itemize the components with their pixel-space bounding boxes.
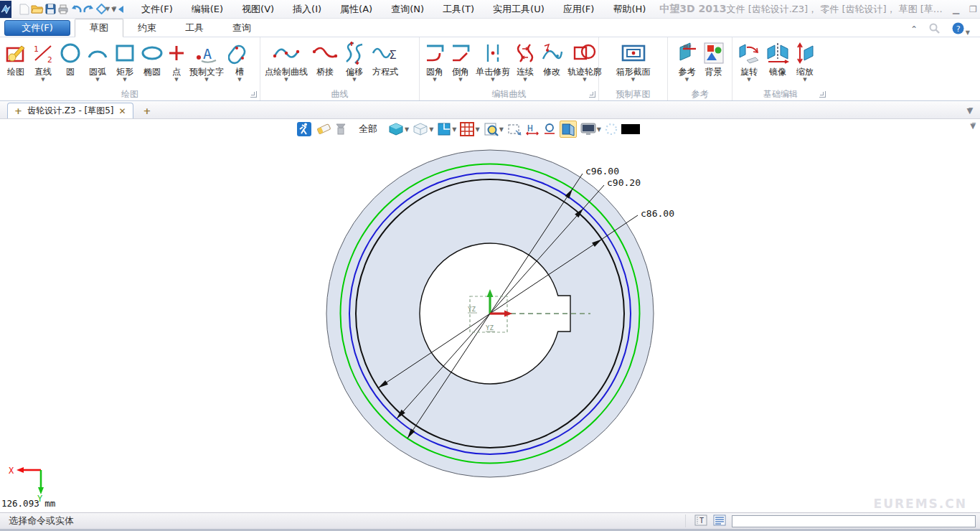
menu-view[interactable]: 视图(V) — [232, 1, 283, 18]
chevron-down-icon[interactable]: ▼ — [523, 77, 527, 84]
chevron-down-icon[interactable]: ▼ — [95, 77, 99, 84]
new-tab-button[interactable]: + — [133, 105, 161, 118]
chevron-down-icon[interactable]: ▼ — [685, 77, 689, 84]
ribbon-offset-button[interactable]: 偏移▼ — [340, 39, 369, 84]
dialog-launcher-icon[interactable] — [250, 91, 257, 98]
ribbon-ellipse-button[interactable]: 椭圆 — [138, 39, 166, 84]
menu-inquire[interactable]: 查询(N) — [382, 1, 433, 18]
tab-inquire[interactable]: 查询 — [218, 19, 265, 37]
menu-file[interactable]: 文件(F) — [132, 1, 182, 18]
chevron-down-icon[interactable]: ▼ — [583, 77, 586, 84]
document-tab-active[interactable]: + 齿轮设计.Z3 - [草图5] ✕ — [7, 103, 133, 118]
ribbon-box-section-button[interactable]: 箱形截面▼ — [614, 39, 653, 84]
new-file-icon[interactable] — [19, 2, 29, 17]
shaded-display-icon[interactable]: ▼ — [388, 122, 409, 136]
chevron-down-icon[interactable]: ▼ — [237, 77, 241, 84]
ribbon-arc-button[interactable]: 圆弧▼ — [84, 39, 111, 84]
menu-tools[interactable]: 工具(T) — [433, 1, 484, 18]
regen-icon[interactable]: ▼ — [96, 2, 110, 17]
display-mode-icon[interactable]: ▼ — [580, 123, 601, 136]
input-options-icon[interactable]: T — [694, 514, 707, 528]
dialog-launcher-icon[interactable] — [589, 91, 595, 98]
ribbon-point-button[interactable]: 点▼ — [166, 39, 187, 84]
ribbon-chamfer-button[interactable]: 倒角▼ — [448, 39, 473, 84]
chevron-down-icon[interactable]: ▼ — [803, 77, 806, 84]
chevron-down-icon[interactable]: ▼ — [123, 77, 126, 84]
zoom-sheet-icon[interactable]: ▼ — [484, 122, 504, 136]
menu-utilities[interactable]: 实用工具(U) — [484, 1, 554, 18]
chevron-down-icon[interactable]: ▼ — [41, 77, 44, 84]
chevron-down-icon[interactable]: ▼ — [352, 77, 356, 84]
menu-insert[interactable]: 插入(I) — [283, 1, 331, 18]
minimize-button[interactable]: ▁ — [953, 4, 959, 14]
chevron-down-icon[interactable]: ▼ — [631, 77, 635, 84]
ribbon-rotate-button[interactable]: 旋转▼ — [735, 39, 763, 84]
collapse-left-icon[interactable] — [118, 2, 124, 17]
color-swatch[interactable] — [621, 124, 640, 134]
save-icon[interactable] — [45, 2, 56, 17]
command-log-icon[interactable] — [713, 514, 726, 528]
ribbon-collapse-icon[interactable]: ⌃ — [910, 24, 918, 34]
menu-attributes[interactable]: 属性(A) — [331, 1, 382, 18]
eraser-icon[interactable] — [316, 122, 331, 136]
diameter-dim-icon[interactable] — [543, 123, 556, 136]
filter-icon[interactable] — [335, 122, 348, 136]
chevron-down-icon[interactable]: ▼ — [433, 77, 436, 84]
ribbon-reference-button[interactable]: REF 参考▼ — [674, 39, 701, 84]
chevron-down-icon[interactable]: ▼ — [747, 77, 750, 84]
wireframe-display-icon[interactable]: ▼ — [413, 122, 433, 136]
ribbon-draw-button[interactable]: 绘图 — [2, 39, 29, 84]
horizontal-dim-icon[interactable]: H — [525, 123, 540, 136]
ribbon-bridge-button[interactable]: 桥接 — [310, 39, 340, 84]
dialog-launcher-icon[interactable] — [819, 91, 826, 98]
tab-constraint[interactable]: 约束 — [123, 19, 171, 37]
open-file-icon[interactable] — [31, 2, 44, 17]
tab-sketch[interactable]: 草图 — [75, 19, 123, 37]
ribbon-equation-button[interactable]: Σ 方程式 — [369, 39, 402, 84]
toolbar-options-icon[interactable]: ▼̅ — [111, 2, 116, 17]
redo-icon[interactable] — [83, 2, 95, 17]
ribbon-mirror-button[interactable]: 镜像 — [763, 39, 792, 84]
help-icon[interactable]: ? ▼ — [952, 22, 970, 37]
ribbon-modify-button[interactable]: 修改 — [538, 39, 565, 84]
dotted-circle-icon[interactable] — [605, 123, 618, 136]
filter-scope-dropdown[interactable]: 全部 — [359, 123, 377, 136]
ribbon-line-button[interactable]: 12 直线▼ — [29, 39, 57, 84]
chevron-down-icon[interactable]: ▼ — [491, 77, 494, 84]
ribbon-background-button[interactable]: 背景 — [701, 39, 727, 84]
exit-sketch-icon[interactable] — [296, 121, 312, 137]
tab-tools[interactable]: 工具 — [171, 19, 218, 37]
ribbon-circle-button[interactable]: 圆 — [57, 39, 84, 84]
command-input[interactable] — [732, 515, 976, 527]
ribbon-text-button[interactable]: A 预制文字▼ — [187, 39, 226, 84]
close-tab-icon[interactable]: ✕ — [119, 106, 126, 116]
sketch-viewport[interactable]: c96.00 c90.20 c86.00 YZ YZ — [0, 119, 980, 512]
menu-help[interactable]: 帮助(H) — [603, 1, 655, 18]
menu-apps[interactable]: 应用(F) — [554, 1, 604, 18]
view-orientation-icon[interactable]: ▼ — [437, 122, 456, 136]
ribbon-scale-button[interactable]: 缩放▼ — [792, 39, 818, 84]
ribbon-trim-button[interactable]: 单击修剪▼ — [473, 39, 512, 84]
file-menu-button[interactable]: 文件(F) — [4, 20, 70, 36]
toolbar-overflow-icon[interactable]: ▼̅ — [970, 122, 976, 130]
tab-overflow-icon[interactable]: ▼̅ — [960, 106, 980, 118]
restore-button[interactable]: ❐ — [969, 4, 977, 14]
chevron-down-icon[interactable]: ▼ — [284, 77, 288, 84]
chevron-down-icon[interactable]: ▼ — [174, 77, 178, 84]
ribbon-continue-button[interactable]: 连续▼ — [512, 39, 538, 84]
chevron-down-icon[interactable]: ▼ — [204, 77, 208, 84]
ribbon-spline-button[interactable]: 点绘制曲线▼ — [263, 39, 310, 84]
ribbon-rect-button[interactable]: 矩形▼ — [111, 39, 138, 84]
chevron-down-icon[interactable]: ▼ — [458, 77, 462, 84]
ribbon-fillet-button[interactable]: 圆角▼ — [422, 39, 448, 84]
grid-toggle-icon[interactable]: ▼ — [460, 122, 479, 136]
menu-edit[interactable]: 编辑(E) — [182, 1, 232, 18]
show-sketch-plane-icon[interactable] — [560, 121, 577, 138]
ribbon-slot-button[interactable]: 槽▼ — [226, 39, 253, 84]
ribbon-track-profile-button[interactable]: 轨迹轮廓▼ — [565, 39, 604, 84]
undo-icon[interactable] — [70, 2, 82, 17]
drawing-canvas[interactable]: c96.00 c90.20 c86.00 YZ YZ — [0, 119, 980, 512]
zoom-window-icon[interactable] — [507, 123, 522, 136]
search-icon[interactable] — [929, 23, 941, 37]
print-icon[interactable] — [57, 2, 69, 17]
